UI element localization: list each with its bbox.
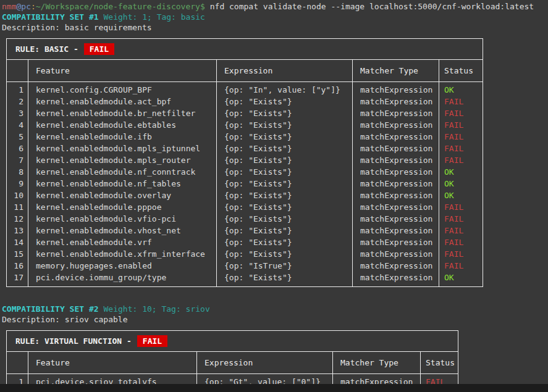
prompt-separator: : [31, 2, 36, 11]
column-header-matcher-type: Matcher Type [353, 60, 439, 82]
cell-status: FAIL [439, 154, 483, 166]
cell-feature: kernel.config.CGROUP_BPF [28, 82, 217, 96]
cell-feature: kernel.enabledmodule.br_netfilter [28, 107, 217, 119]
cell-matcher-type: matchExpression [353, 107, 439, 119]
cell-expression: {op: "Exists"} [217, 154, 353, 166]
cell-feature: kernel.enabledmodule.vfio-pci [28, 213, 217, 225]
row-number: 6 [7, 143, 28, 154]
rule-title: RULE: BASIC - [15, 44, 78, 54]
column-header-feature: Feature [28, 60, 217, 82]
row-number: 10 [7, 190, 28, 201]
table-row: 6kernel.enabledmodule.mpls_iptunnel{op: … [7, 143, 483, 154]
cell-feature: memory.hugepages.enabled [28, 260, 217, 272]
cell-status: FAIL [439, 236, 483, 248]
cell-feature: kernel.enabledmodule.xfrm_interface [28, 248, 217, 260]
cell-feature: kernel.enabledmodule.ebtables [28, 119, 217, 131]
column-header-matcher-type: Matcher Type [333, 352, 421, 374]
column-header-expression: Expression [197, 352, 333, 374]
cell-expression: {op: "Exists"} [217, 225, 353, 236]
table-row: 11kernel.enabledmodule.pppoe{op: "Exists… [7, 201, 483, 213]
terminal-window: { "colors": { "bg": "#383838", "footer-b… [0, 0, 548, 392]
set2-title: COMPATIBILITY SET #2 [2, 304, 99, 314]
cell-status: OK [439, 190, 483, 201]
row-number: 7 [7, 154, 28, 166]
row-number: 15 [7, 248, 28, 260]
cell-status: FAIL [439, 107, 483, 119]
cell-feature: kernel.enabledmodule.vrf [28, 236, 217, 248]
rule-title-cell: RULE: VIRTUAL FUNCTION -FAIL [7, 331, 458, 352]
column-header-number [7, 352, 28, 374]
cell-feature: kernel.enabledmodule.mpls_iptunnel [28, 143, 217, 154]
set1-meta: Weight: 1; Tag: basic [104, 12, 205, 22]
table-row: 12kernel.enabledmodule.vfio-pci{op: "Exi… [7, 213, 483, 225]
command-text: nfd compat validate-node --image localho… [210, 2, 534, 11]
cell-matcher-type: matchExpression [353, 201, 439, 213]
cell-matcher-type: matchExpression [353, 96, 439, 107]
table-row: 4kernel.enabledmodule.ebtables{op: "Exis… [7, 119, 483, 131]
rule-header-row: RULE: BASIC -FAIL [7, 39, 483, 60]
column-header-status: Status [421, 352, 458, 374]
table-row: 8kernel.enabledmodule.nf_conntrack{op: "… [7, 166, 483, 178]
rule-status-badge: FAIL [137, 335, 167, 347]
prompt-host: @pc [16, 2, 30, 11]
rule-table-basic-head: RULE: BASIC -FAIL Feature Expression Mat… [7, 39, 483, 82]
cell-matcher-type: matchExpression [353, 248, 439, 260]
cell-feature: kernel.enabledmodule.mpls_router [28, 154, 217, 166]
cell-expression: {op: "Exists"} [217, 190, 353, 201]
cell-status: FAIL [439, 96, 483, 107]
cell-feature: kernel.enabledmodule.ifb [28, 131, 217, 143]
cell-expression: {op: "Exists"} [217, 166, 353, 178]
cell-feature: pci.device.iommu_group/type [28, 272, 217, 287]
cell-status: FAIL [439, 143, 483, 154]
cell-matcher-type: matchExpression [353, 119, 439, 131]
window-bottom-edge [0, 384, 548, 392]
cell-status: FAIL [439, 201, 483, 213]
row-number: 14 [7, 236, 28, 248]
cell-matcher-type: matchExpression [353, 272, 439, 287]
rule-title: RULE: VIRTUAL FUNCTION - [15, 336, 132, 346]
row-number: 3 [7, 107, 28, 119]
row-number: 8 [7, 166, 28, 178]
cell-expression: {op: "Exists"} [217, 178, 353, 190]
set2-description: Description: sriov capable [2, 314, 548, 325]
prompt-line: nmm@pc:~/Workspace/node-feature-discover… [2, 1, 548, 12]
table-row: 16memory.hugepages.enabled{op: "IsTrue"}… [7, 260, 483, 272]
set1-title: COMPATIBILITY SET #1 [2, 12, 99, 22]
table-row: 10kernel.enabledmodule.overlay{op: "Exis… [7, 190, 483, 201]
column-header-row: Feature Expression Matcher Type Status [7, 352, 458, 374]
column-header-row: Feature Expression Matcher Type Status [7, 60, 483, 82]
cell-status: OK [439, 82, 483, 96]
prompt-user: nmm [2, 2, 16, 11]
cell-feature: kernel.enabledmodule.vhost_net [28, 225, 217, 236]
column-header-feature: Feature [28, 352, 197, 374]
cell-expression: {op: "In", value: ["y"]} [217, 82, 353, 96]
cell-feature: kernel.enabledmodule.nf_tables [28, 178, 217, 190]
rule-table-basic-body: 1kernel.config.CGROUP_BPF{op: "In", valu… [7, 82, 483, 287]
cell-matcher-type: matchExpression [353, 260, 439, 272]
row-number: 1 [7, 82, 28, 96]
table-row: 1kernel.config.CGROUP_BPF{op: "In", valu… [7, 82, 483, 96]
row-number: 12 [7, 213, 28, 225]
cell-expression: {op: "Exists"} [217, 119, 353, 131]
cell-expression: {op: "Exists"} [217, 96, 353, 107]
set2-meta: Weight: 10; Tag: sriov [104, 304, 210, 314]
cell-feature: kernel.enabledmodule.act_bpf [28, 96, 217, 107]
rule-table-basic: RULE: BASIC -FAIL Feature Expression Mat… [6, 38, 483, 287]
cell-feature: kernel.enabledmodule.nf_conntrack [28, 166, 217, 178]
cell-status: FAIL [439, 260, 483, 272]
cell-matcher-type: matchExpression [353, 154, 439, 166]
table-row: 5kernel.enabledmodule.ifb{op: "Exists"}m… [7, 131, 483, 143]
cell-expression: {op: "Exists"} [217, 248, 353, 260]
prompt-path: ~/Workspace/node-feature-discovery [36, 2, 200, 11]
row-number: 2 [7, 96, 28, 107]
table-row: 7kernel.enabledmodule.mpls_router{op: "E… [7, 154, 483, 166]
cell-status: FAIL [439, 213, 483, 225]
row-number: 17 [7, 272, 28, 287]
row-number: 9 [7, 178, 28, 190]
cell-matcher-type: matchExpression [353, 82, 439, 96]
cell-expression: {op: "Exists"} [217, 131, 353, 143]
cell-feature: kernel.enabledmodule.pppoe [28, 201, 217, 213]
cell-matcher-type: matchExpression [353, 225, 439, 236]
column-header-expression: Expression [217, 60, 353, 82]
rule-table-virtual-function: RULE: VIRTUAL FUNCTION -FAIL Feature Exp… [6, 330, 458, 392]
